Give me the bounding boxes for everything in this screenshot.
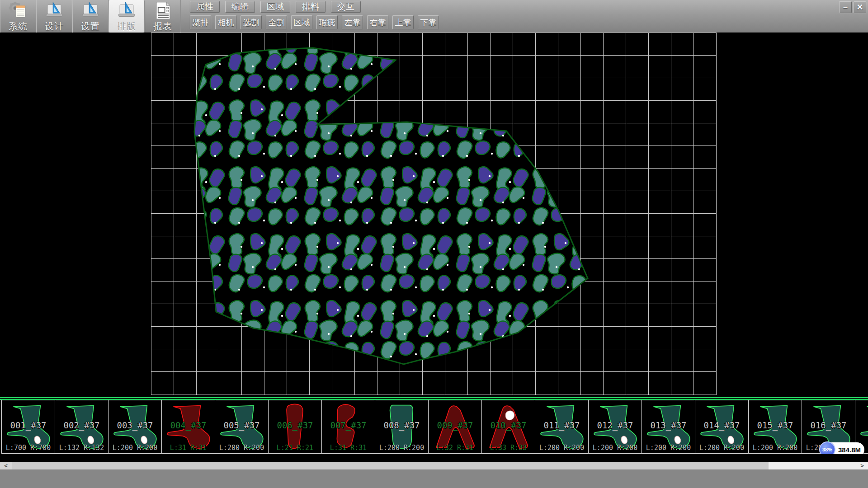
ribbon-toolbar: 系统设计设置排版报表 属性编辑区域排料交互 聚排相机选割全割区域瑕疵左靠右靠上靠… [0,0,868,33]
scrollbar-thumb[interactable] [769,462,868,469]
piece-cell-009_#37[interactable]: 009_#37L:32 R:31 [428,400,482,454]
tool-button-左靠[interactable]: 左靠 [342,15,363,29]
app-button-label: 排版 [117,20,136,33]
menu-button-编辑[interactable]: 编辑 [225,1,255,13]
piece-id-label: 003_#37 [108,420,161,430]
app-button-label: 系统 [9,20,28,33]
tool-button-上靠[interactable]: 上靠 [392,15,414,29]
app-button-label: 设计 [45,20,64,33]
piece-id-label: 001_#37 [2,420,55,430]
piece-count-label: L:200 R:200 [375,444,428,452]
piece-id-label: 009_#37 [429,420,481,430]
piece-cell-003_#37[interactable]: 003_#37L:200 R:200 [108,400,162,454]
piece-cell-006_#37[interactable]: 006_#37L:21 R:21 [268,400,322,454]
piece-cell-008_#37[interactable]: 008_#37L:200 R:200 [375,400,429,454]
app-button-报表[interactable]: 报表 [145,0,181,33]
design-ruler-icon [44,1,65,20]
piece-id-label: 012_#37 [589,420,642,430]
piece-count-label: L:33 R:33 [482,444,535,452]
piece-count-label: L:200 R:200 [642,444,695,452]
scroll-right-button[interactable]: > [856,462,868,469]
piece-count-label: L:132 R:132 [55,444,108,452]
horizontal-scrollbar[interactable]: < > [0,462,868,469]
piece-id-label: 006_#37 [269,420,321,430]
piece-id-label: 014_#37 [695,420,748,430]
tool-button-row: 聚排相机选割全割区域瑕疵左靠右靠上靠下靠 [190,15,439,30]
piece-count-label: L:200 R:200 [535,444,588,452]
piece-id-label: 010_#37 [482,420,535,430]
app-button-设置[interactable]: 设置 [72,0,108,33]
piece-count-label: L:200 R:200 [108,444,161,452]
piece-cell-001_#37[interactable]: 001_#37L:700 R:700 [1,400,55,454]
app-button-系统[interactable]: 系统 [0,0,36,33]
piece-cell-013_#37[interactable]: 013_#37L:200 R:200 [642,400,695,454]
menu-button-交互[interactable]: 交互 [331,1,361,13]
system-gear-icon [8,1,28,20]
tool-button-区域[interactable]: 区域 [291,15,312,29]
piece-thumbnail-strip: 001_#37L:700 R:700002_#37L:132 R:132003_… [0,400,868,454]
app-button-排版[interactable]: 排版 [108,0,145,33]
app-button-设计[interactable]: 设计 [36,0,72,33]
tool-button-选割[interactable]: 选割 [241,15,262,29]
strip-gap [0,454,868,462]
menu-button-区域[interactable]: 区域 [260,1,290,13]
piece-count-label: L:31 R:31 [162,444,215,452]
app-button-group: 系统设计设置排版报表 [0,0,181,33]
nesting-canvas[interactable] [0,33,868,397]
footer-bar [0,469,868,488]
piece-count-label: L:200 R:200 [215,444,268,452]
close-button[interactable]: ✕ [854,1,866,13]
progress-value: 38% [822,447,832,452]
tool-button-下靠[interactable]: 下靠 [418,15,439,29]
piece-id-label: 013_#37 [642,420,695,430]
tool-button-聚排[interactable]: 聚排 [190,15,211,29]
piece-count-label: L:21 R:21 [269,444,321,452]
nesting-ruler-icon [116,1,137,20]
piece-id-label: 004_#37 [162,420,215,430]
piece-count-label: L:200 R:200 [589,444,642,452]
piece-id-label: 016_#37 [802,420,855,430]
menu-button-属性[interactable]: 属性 [190,1,220,13]
piece-cell-005_#37[interactable]: 005_#37L:200 R:200 [215,400,269,454]
app-button-label: 报表 [153,20,172,33]
memory-value: 384.8M [838,446,861,454]
window-controls: – ✕ [839,1,866,13]
piece-id-label: 015_#37 [749,420,802,430]
report-doc-icon [152,1,173,20]
piece-count-label: L:200 R:200 [749,444,802,452]
app-button-label: 设置 [81,20,100,33]
piece-cell-010_#37[interactable]: 010_#37L:33 R:33 [481,400,535,454]
piece-count-label: L:31 R:31 [322,444,375,452]
piece-cell-004_#37[interactable]: 004_#37L:31 R:31 [161,400,215,454]
hide-nesting-view[interactable] [0,33,868,397]
tool-button-右靠[interactable]: 右靠 [367,15,388,29]
hide-shape[interactable] [194,48,588,364]
tool-button-全割[interactable]: 全割 [266,15,287,29]
piece-cell-014_#37[interactable]: 014_#37L:200 R:200 [695,400,749,454]
tool-button-相机[interactable]: 相机 [215,15,236,29]
settings-ruler-icon [80,1,101,20]
menu-button-排料[interactable]: 排料 [296,1,326,13]
tool-button-瑕疵[interactable]: 瑕疵 [316,15,338,29]
piece-id-label: 011_#37 [535,420,588,430]
strip-divider [0,397,868,400]
piece-id-label: 008_#37 [375,420,428,430]
piece-id-label: 002_#37 [55,420,108,430]
menu-button-row: 属性编辑区域排料交互 [190,1,361,13]
piece-cell-015_#37[interactable]: 015_#37L:200 R:200 [748,400,802,454]
piece-cell-002_#37[interactable]: 002_#37L:132 R:132 [55,400,108,454]
piece-cell-007_#37[interactable]: 007_#37L:31 R:31 [321,400,375,454]
piece-cell-012_#37[interactable]: 012_#37L:200 R:200 [588,400,642,454]
piece-cell-011_#37[interactable]: 011_#37L:200 R:200 [535,400,589,454]
scroll-left-button[interactable]: < [0,462,12,469]
piece-count-label: L:200 R:200 [695,444,748,452]
piece-count-label: L:32 R:31 [429,444,481,452]
piece-id-label: 005_#37 [215,420,268,430]
minimize-button[interactable]: – [839,1,852,13]
piece-id-label: 007_#37 [322,420,375,430]
piece-count-label: L:700 R:700 [2,444,55,452]
